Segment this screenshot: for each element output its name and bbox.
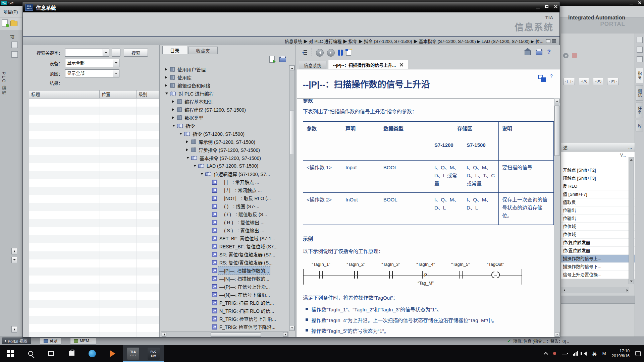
toc-item[interactable]: —( S )—: 置位输出 ... (161, 226, 288, 234)
scroll-left-button[interactable] (162, 332, 166, 337)
open-project-icon[interactable] (10, 21, 17, 26)
instruction-item[interactable]: 位位域 (561, 223, 635, 231)
toc-item[interactable]: —( / )—: 赋值取反 (S... (161, 210, 288, 218)
forward-button[interactable] (327, 49, 335, 57)
notification-center-icon[interactable] (635, 351, 641, 356)
toc-item[interactable]: 异步指令 (S7-1200, S7-1500) (161, 146, 288, 154)
browser-button[interactable] (82, 345, 102, 362)
favorite-p-contact-icon[interactable]: -|P|- (607, 78, 619, 85)
tab-libraries[interactable]: 库 (636, 120, 643, 131)
more-button[interactable]: ... (628, 145, 632, 150)
topic-vertical-scrollbar[interactable] (554, 98, 560, 337)
toc-item[interactable]: —|N|—: 扫描操作数的... (161, 275, 288, 283)
toc-item[interactable]: SR: 置位/复位触发器 (S7... (161, 250, 288, 258)
expand-icon[interactable] (164, 84, 169, 87)
toc-item[interactable]: RESET_BF: 复位位域 (S7... (161, 242, 288, 250)
volume-icon[interactable] (584, 352, 587, 356)
panel-icon[interactable] (11, 42, 18, 48)
toc-horizontal-scrollbar[interactable] (161, 331, 288, 337)
scroll-up-button[interactable] (290, 66, 294, 70)
menu-project[interactable]: 项目(P) (3, 8, 18, 15)
minimize-icon[interactable] (630, 4, 633, 4)
collapse-icon[interactable] (200, 172, 204, 176)
expand-icon[interactable] (164, 76, 169, 79)
keyword-combobox[interactable] (65, 49, 109, 57)
instruction-item[interactable]: 闭触点 [Shift+F3] (561, 174, 635, 182)
editor-tab-block[interactable]: MEM... (70, 338, 96, 345)
column-title[interactable]: 标题 (29, 90, 100, 99)
expand-icon[interactable] (185, 148, 190, 151)
dropdown-icon[interactable] (113, 59, 119, 67)
tray-app-icon[interactable] (553, 352, 556, 355)
print-icon[interactable] (279, 57, 286, 62)
task-view-button[interactable] (41, 345, 61, 362)
device-dropdown[interactable]: 显示全部 (65, 59, 119, 67)
search-button[interactable] (20, 345, 41, 362)
collapse-icon[interactable] (171, 124, 176, 128)
toc-item[interactable]: 使用库 (161, 73, 288, 81)
store-button[interactable] (61, 345, 82, 362)
toc-item[interactable]: 使用用户管理 (161, 65, 288, 73)
bookmark-icon[interactable] (338, 50, 343, 56)
instruction-item[interactable]: 位输出 (561, 215, 635, 223)
instruction-item[interactable]: 值取反 (561, 198, 635, 206)
toc-item[interactable]: 对 PLC 进行编程 (161, 89, 288, 98)
strip-icon[interactable] (637, 37, 643, 43)
print-icon[interactable] (536, 50, 542, 55)
tab-favorites[interactable]: 收藏夹 (188, 47, 218, 54)
start-button[interactable] (0, 345, 20, 362)
scroll-up-icon[interactable] (630, 158, 633, 161)
tab-instructions[interactable]: 指令 (636, 68, 643, 83)
toc-item[interactable]: R_TRIG: 检查信号上升沿... (161, 315, 288, 323)
help-icon[interactable]: ? (547, 49, 551, 55)
instruction-item[interactable]: 值 [Shift+F7] (561, 190, 635, 198)
toc-item[interactable]: 编辑设备和网络 (161, 81, 288, 89)
scroll-thumb[interactable] (290, 111, 294, 154)
instruction-item[interactable]: 描操作数的信号上... (561, 255, 635, 263)
expand-icon[interactable] (164, 68, 169, 71)
expand-down-button[interactable] (11, 257, 17, 263)
window-titlebar[interactable]: ONLHELP 信息系统 (23, 2, 559, 12)
ime-indicator[interactable]: M (602, 351, 606, 356)
close-tab-icon[interactable] (400, 63, 403, 66)
toc-item[interactable]: LAD (S7-1200, S7-1500) (161, 162, 288, 170)
toc-item[interactable]: —( R )—: 复位输出 ... (161, 218, 288, 226)
tab-contents[interactable]: 目录 (162, 46, 187, 54)
toc-item[interactable]: 基本指令 (S7-1200, S7-1500) (161, 154, 288, 162)
toc-item[interactable]: 数据类型 (161, 114, 288, 122)
favorite-contact-icon[interactable]: -| |- (563, 78, 575, 85)
toc-item[interactable]: —|NOT|—: 取反 RLO (... (161, 194, 288, 202)
portal-view-button[interactable]: Portal 视图 (2, 338, 31, 344)
toc-item[interactable]: 指令 (161, 122, 288, 130)
column-level[interactable]: 级别 (137, 90, 159, 99)
instruction-item[interactable]: 开触点 [Shift+F2] (561, 166, 635, 174)
scope-dropdown[interactable]: 显示全部 (65, 69, 119, 77)
expand-icon[interactable] (171, 116, 176, 119)
layout-icon[interactable] (546, 39, 550, 43)
strip-icon[interactable] (637, 56, 643, 62)
toc-item[interactable]: 库示例 (S7-1200, S7-1500) (161, 138, 288, 146)
panel-icon[interactable] (11, 51, 18, 58)
locate-in-contents-icon[interactable] (301, 50, 308, 56)
toc-item[interactable]: N_TRIG: 扫描 RLO 的信... (161, 307, 288, 315)
taskbar-tia-portal[interactable]: TIA V15.1 (123, 345, 143, 362)
add-favorite-icon[interactable] (346, 50, 351, 56)
layout-icon[interactable] (552, 39, 556, 43)
collapse-left-button[interactable] (11, 248, 17, 254)
scroll-thumb[interactable] (554, 106, 559, 156)
toc-item[interactable]: —(P)—: 在信号上升沿... (161, 283, 288, 291)
minimize-icon[interactable] (536, 8, 540, 8)
collapse-icon[interactable] (178, 132, 183, 136)
signal-icon[interactable] (573, 351, 578, 356)
scroll-left-icon[interactable] (562, 289, 565, 292)
collapse-icon[interactable] (193, 164, 197, 168)
collapse-icon[interactable] (164, 92, 169, 96)
options-icon[interactable] (572, 53, 577, 58)
expand-icon[interactable] (171, 100, 176, 103)
instruction-item[interactable]: 位位域 (561, 231, 635, 239)
toc-item[interactable]: —| / |—: 常闭触点 ... (161, 186, 288, 194)
dropdown-icon[interactable] (103, 49, 109, 56)
toc-item[interactable]: —| |—: 常开触点 ... (161, 178, 288, 186)
sync-contents-icon[interactable]: ? (538, 75, 548, 83)
instruction-item[interactable]: 信号上升沿置位操... (561, 271, 635, 279)
